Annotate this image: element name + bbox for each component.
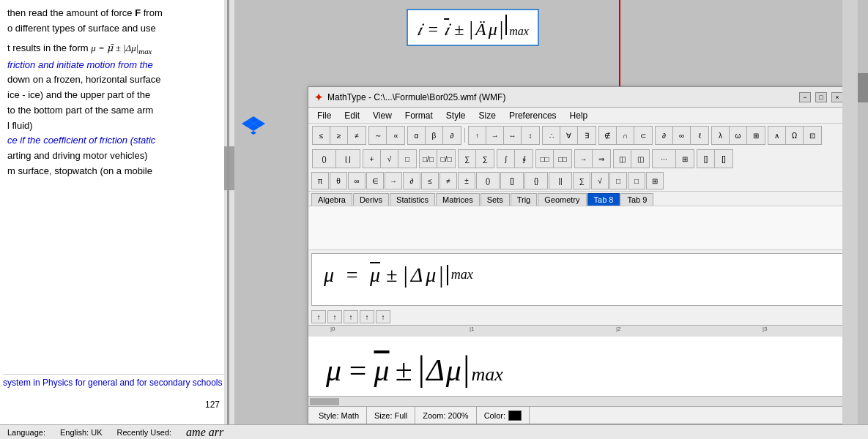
nav-btn-1[interactable]: ↑: [311, 310, 326, 323]
sq3-btn[interactable]: □: [628, 172, 645, 190]
obrace-btn[interactable]: {}: [524, 172, 548, 190]
pi-btn[interactable]: π: [311, 172, 329, 190]
hscroll-bar[interactable]: [308, 396, 849, 406]
hscroll-thumb[interactable]: [310, 398, 339, 405]
frac-btn[interactable]: □/□: [420, 150, 437, 168]
subset-btn[interactable]: ⊂: [634, 127, 652, 144]
propto-btn[interactable]: ∝: [387, 127, 404, 144]
book-title-link[interactable]: system in Physics for general and for se…: [3, 378, 224, 388]
forall-btn[interactable]: ∀: [560, 127, 578, 144]
menu-preferences[interactable]: Preferences: [503, 109, 563, 122]
partial-btn[interactable]: ∂: [443, 127, 461, 144]
right-scroll-thumb[interactable]: [858, 73, 868, 102]
sq-btn[interactable]: □: [398, 150, 416, 168]
box1-btn[interactable]: ⊞: [747, 127, 765, 144]
paren-btn[interactable]: (): [313, 150, 336, 168]
doc-scrollbar-thumb[interactable]: [224, 146, 234, 190]
tab-matrices[interactable]: Matrices: [436, 193, 480, 206]
omega-btn[interactable]: ω: [730, 127, 747, 144]
menu-format[interactable]: Format: [399, 109, 439, 122]
dropbox-icon[interactable]: [242, 113, 265, 137]
partial3-btn[interactable]: ∂: [403, 172, 420, 190]
tab-tab9[interactable]: Tab 9: [620, 193, 653, 206]
sum-btn[interactable]: ∑: [459, 150, 476, 168]
menu-size[interactable]: Size: [473, 109, 502, 122]
infty2-btn[interactable]: ∞: [348, 172, 366, 190]
hat2-btn[interactable]: ◫: [631, 150, 649, 168]
sq2-btn[interactable]: □: [609, 172, 627, 190]
sim-btn[interactable]: ∼: [369, 127, 387, 144]
sqrt-btn[interactable]: √: [381, 150, 398, 168]
close-button[interactable]: ×: [831, 92, 843, 102]
maximize-button[interactable]: □: [815, 92, 827, 102]
obracket-btn[interactable]: []: [500, 172, 524, 190]
minimize-button[interactable]: −: [799, 92, 811, 102]
leq-btn[interactable]: ≤: [313, 127, 330, 144]
bigsqrt-btn[interactable]: √: [591, 172, 609, 190]
frac2-btn[interactable]: □/□: [437, 150, 455, 168]
tab-algebra[interactable]: Algebra: [311, 193, 352, 206]
brack2a-btn[interactable]: []: [697, 150, 715, 168]
to-btn[interactable]: →: [385, 172, 402, 190]
doc-scrollbar[interactable]: [224, 0, 234, 439]
oparen-btn[interactable]: (): [476, 172, 500, 190]
partial2-btn[interactable]: ∂: [656, 127, 673, 144]
box2-btn[interactable]: ⊡: [804, 127, 821, 144]
alpha-btn[interactable]: α: [408, 127, 426, 144]
nav-btn-5[interactable]: ↑: [376, 310, 390, 323]
leftrightarrow-btn[interactable]: ↔: [504, 127, 522, 144]
abs-btn[interactable]: ||: [549, 172, 572, 190]
plus-sq-btn[interactable]: +: [363, 150, 381, 168]
dblarrow1-btn[interactable]: →: [575, 150, 593, 168]
dots-btn[interactable]: ···: [653, 150, 676, 168]
tab-sets[interactable]: Sets: [481, 193, 510, 206]
neq-btn[interactable]: ≠: [348, 127, 366, 144]
exists-btn[interactable]: ∃: [578, 127, 596, 144]
tab-tab8[interactable]: Tab 8: [587, 193, 620, 206]
ne-btn[interactable]: ≠: [439, 172, 457, 190]
color-swatch[interactable]: [508, 410, 522, 421]
beta-btn[interactable]: β: [426, 127, 443, 144]
nav-btn-2[interactable]: ↑: [327, 310, 342, 323]
in-btn[interactable]: ∈: [366, 172, 384, 190]
tab-statistics[interactable]: Statistics: [390, 193, 435, 206]
sq4-btn[interactable]: ⊞: [646, 172, 664, 190]
nav-btn-4[interactable]: ↑: [360, 310, 374, 323]
menu-view[interactable]: View: [367, 109, 398, 122]
Omega-btn[interactable]: Ω: [786, 127, 804, 144]
infty-btn[interactable]: ∞: [673, 127, 691, 144]
tab-trig[interactable]: Trig: [511, 193, 538, 206]
tab-derivs[interactable]: Derivs: [353, 193, 389, 206]
notin-btn[interactable]: ∉: [599, 127, 617, 144]
updownarrow-btn[interactable]: ↕: [522, 127, 539, 144]
oint-btn[interactable]: ∮: [515, 150, 533, 168]
menu-help[interactable]: Help: [564, 109, 594, 122]
formula-editor[interactable]: μ = μ ± | Δ μ | max: [311, 253, 846, 306]
menu-file[interactable]: File: [311, 109, 337, 122]
sum2-btn[interactable]: ∑: [476, 150, 494, 168]
bracket-btn[interactable]: ⌊⌋: [336, 150, 360, 168]
geq-btn[interactable]: ≥: [330, 127, 348, 144]
grid-btn[interactable]: ⊞: [676, 150, 694, 168]
ell-btn[interactable]: ℓ: [691, 127, 708, 144]
therefore-btn[interactable]: ∴: [543, 127, 560, 144]
tab-geometry[interactable]: Geometry: [538, 193, 586, 206]
menu-style[interactable]: Style: [440, 109, 472, 122]
wedge-btn[interactable]: ∧: [768, 127, 786, 144]
matrix2-btn[interactable]: □□: [554, 150, 571, 168]
le-btn[interactable]: ≤: [421, 172, 439, 190]
dblarrow2-btn[interactable]: ⇒: [593, 150, 610, 168]
menu-edit[interactable]: Edit: [338, 109, 366, 122]
pm-btn[interactable]: ±: [458, 172, 475, 190]
brack2b-btn[interactable]: []: [715, 150, 732, 168]
cap-btn[interactable]: ∩: [617, 127, 634, 144]
lambda-btn[interactable]: λ: [712, 127, 730, 144]
int-btn[interactable]: ∫: [497, 150, 515, 168]
uparrow-btn[interactable]: ↑: [469, 127, 486, 144]
matrix1-btn[interactable]: □□: [536, 150, 554, 168]
theta-btn[interactable]: θ: [330, 172, 347, 190]
right-scrollbar[interactable]: [858, 0, 868, 439]
hat-btn[interactable]: ◫: [614, 150, 631, 168]
rightarrow-btn[interactable]: →: [486, 127, 504, 144]
nav-btn-3[interactable]: ↑: [344, 310, 358, 323]
